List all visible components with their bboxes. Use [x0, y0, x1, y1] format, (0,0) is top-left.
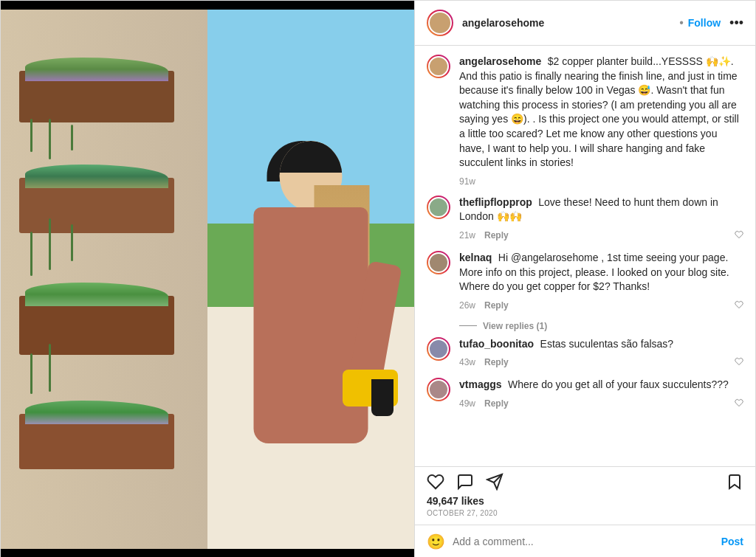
view-replies-line	[459, 325, 477, 326]
post-date: OCTOBER 27, 2020	[427, 509, 743, 517]
comment-avatar-4[interactable]	[427, 378, 450, 401]
like-icon-3[interactable]	[735, 356, 743, 369]
comment-action-icon[interactable]	[456, 473, 474, 491]
comment-row-3: tufao_boonitao Estas suculentas são fals…	[427, 337, 743, 370]
header-username[interactable]: angelarosehome	[462, 17, 675, 29]
header-avatar[interactable]	[427, 10, 453, 36]
comment-row-2: kelnaq Hi @angelarosehome , 1st time see…	[427, 251, 743, 312]
likes-count: 49,647 likes	[427, 495, 743, 507]
comment-avatar-3[interactable]	[427, 337, 450, 361]
comment-row-4: vtmaggs Where do you get all of your fau…	[427, 378, 743, 410]
post-button[interactable]: Post	[721, 536, 743, 547]
comment-text-2: Hi @angelarosehome , 1st time seeing you…	[459, 252, 729, 292]
add-comment-input[interactable]	[453, 536, 721, 547]
comment-body-4: vtmaggs Where do you get all of your fau…	[459, 378, 743, 410]
post-header: angelarosehome • Follow •••	[415, 1, 755, 46]
header-dot: •	[679, 16, 684, 30]
ig-panel: angelarosehome • Follow ••• angelaroseho…	[414, 1, 755, 557]
caption-text: $2 copper planter build...YESSSS 🙌✨. And…	[459, 55, 739, 168]
bookmark-action-icon[interactable]	[726, 473, 743, 491]
view-replies-label: View replies (1)	[483, 321, 547, 331]
comment-text-3: Estas suculentas são falsas?	[540, 338, 674, 350]
like-icon-2[interactable]	[735, 299, 743, 312]
action-icons-row	[427, 473, 743, 491]
comment-time-2: 26w	[459, 300, 475, 311]
comment-body-2: kelnaq Hi @angelarosehome , 1st time see…	[459, 251, 743, 312]
comment-meta-3: 43w Reply	[459, 356, 743, 369]
actions-bar: 49,647 likes OCTOBER 27, 2020	[415, 466, 755, 525]
comment-time-4: 49w	[459, 398, 475, 409]
like-icon-1[interactable]	[735, 229, 743, 242]
comment-body-3: tufao_boonitao Estas suculentas são fals…	[459, 337, 743, 370]
comment-meta-2: 26w Reply	[459, 299, 743, 312]
reply-button-4[interactable]: Reply	[484, 398, 509, 409]
comment-username-4[interactable]: vtmaggs	[459, 378, 502, 390]
comment-body-1: theflipflopprop Love these! Need to hunt…	[459, 196, 743, 242]
share-action-icon[interactable]	[486, 473, 504, 491]
caption-username[interactable]: angelarosehome	[459, 55, 541, 67]
photo-panel	[1, 1, 414, 557]
more-options-button[interactable]: •••	[721, 15, 743, 31]
add-comment-bar: 🙂 Post	[415, 525, 755, 557]
comment-time-1: 21w	[459, 230, 475, 241]
caption-body: angelarosehome $2 copper planter build..…	[459, 55, 743, 187]
reply-button-3[interactable]: Reply	[484, 357, 509, 367]
comment-time-3: 43w	[459, 357, 475, 367]
comment-meta-1: 21w Reply	[459, 229, 743, 242]
caption-row: angelarosehome $2 copper planter build..…	[427, 55, 743, 187]
like-icon-4[interactable]	[735, 397, 743, 410]
follow-button[interactable]: Follow	[688, 17, 721, 29]
comment-username-1[interactable]: theflipflopprop	[459, 196, 532, 208]
comment-avatar-2[interactable]	[427, 251, 450, 274]
comment-meta-4: 49w Reply	[459, 397, 743, 410]
comment-text-4: Where do you get all of your faux succul…	[508, 378, 729, 390]
view-replies-button[interactable]: View replies (1)	[459, 321, 743, 331]
like-action-icon[interactable]	[427, 473, 444, 491]
comment-avatar-1[interactable]	[427, 196, 450, 219]
reply-button-1[interactable]: Reply	[484, 230, 509, 241]
comment-username-3[interactable]: tufao_boonitao	[459, 338, 534, 350]
caption-avatar[interactable]	[427, 55, 450, 78]
comments-section: angelarosehome $2 copper planter build..…	[415, 46, 755, 466]
reply-button-2[interactable]: Reply	[484, 300, 509, 311]
comment-row: theflipflopprop Love these! Need to hunt…	[427, 196, 743, 242]
comment-username-2[interactable]: kelnaq	[459, 252, 492, 263]
caption-time: 91w	[459, 176, 743, 187]
emoji-icon[interactable]: 🙂	[427, 533, 445, 550]
